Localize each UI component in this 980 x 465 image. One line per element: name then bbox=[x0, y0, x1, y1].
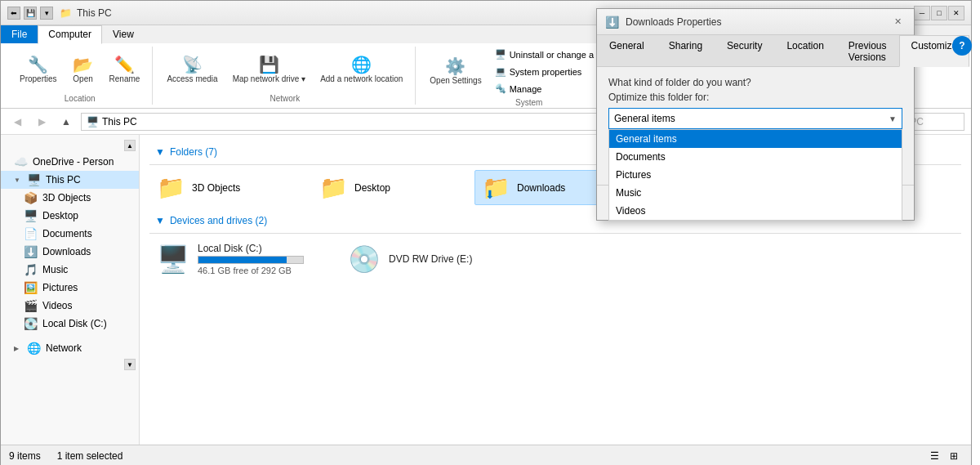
back-button[interactable]: ◀ bbox=[7, 112, 27, 132]
ribbon-group-network: 📡 Access media 💾 Map network drive ▾ 🌐 A… bbox=[154, 47, 416, 105]
large-icon-view-button[interactable]: ⊞ bbox=[945, 447, 963, 465]
drive-info-dvd: DVD RW Drive (E:) bbox=[389, 253, 472, 265]
location-group-label: Location bbox=[65, 92, 96, 105]
close-button[interactable]: ✕ bbox=[948, 6, 964, 20]
folder-icon-desktop: 📁 bbox=[319, 174, 348, 201]
tab-security[interactable]: Security bbox=[715, 35, 774, 67]
detail-view-button[interactable]: ☰ bbox=[925, 447, 943, 465]
optimize-dropdown[interactable]: General items ▼ bbox=[608, 108, 902, 129]
optimize-dropdown-list: General items Documents Pictures Music V… bbox=[608, 129, 902, 221]
optimize-dropdown-container: General items ▼ General items Documents … bbox=[608, 108, 902, 129]
dialog-close-button[interactable]: ✕ bbox=[889, 14, 906, 30]
sidebar-label-videos: Videos bbox=[42, 300, 72, 311]
dropdown-option-music[interactable]: Music bbox=[609, 184, 902, 202]
sidebar-item-local-disk[interactable]: 💽 Local Disk (C:) bbox=[1, 315, 139, 333]
drive-progress-bar bbox=[198, 256, 304, 264]
dialog-section-title: What kind of folder do you want? bbox=[608, 77, 902, 88]
3d-objects-icon: 📦 bbox=[24, 191, 38, 204]
dropdown-selected-value: General items bbox=[614, 113, 675, 124]
sidebar-item-downloads[interactable]: ⬇️ Downloads bbox=[1, 243, 139, 261]
map-network-drive-button[interactable]: 💾 Map network drive ▾ bbox=[227, 54, 311, 86]
tab-previous-versions[interactable]: Previous Versions bbox=[836, 35, 899, 67]
tab-computer[interactable]: Computer bbox=[38, 25, 102, 44]
folder-icon-downloads: 📁 ⬇ bbox=[482, 174, 510, 201]
drive-size-local-disk: 46.1 GB free of 292 GB bbox=[198, 266, 304, 275]
item-count: 9 items bbox=[9, 450, 41, 462]
folder-name-3d-objects: 3D Objects bbox=[192, 182, 240, 194]
this-pc-expand: ▼ bbox=[14, 177, 22, 184]
open-settings-button[interactable]: ⚙️ Open Settings bbox=[424, 56, 487, 87]
quick-access-icon[interactable]: ⬅ bbox=[7, 7, 20, 20]
dialog-body: What kind of folder do you want? Optimiz… bbox=[597, 67, 914, 185]
onedrive-icon: ☁️ bbox=[14, 155, 28, 168]
folder-item-3d-objects[interactable]: 📁 3D Objects bbox=[149, 170, 309, 205]
drive-progress-fill bbox=[198, 257, 287, 263]
sidebar-item-desktop[interactable]: 🖥️ Desktop bbox=[1, 207, 139, 225]
network-icon: 🌐 bbox=[27, 342, 41, 355]
folders-collapse-icon[interactable]: ▼ bbox=[155, 146, 165, 158]
path-icon: 🖥️ bbox=[87, 116, 99, 127]
sidebar-item-this-pc[interactable]: ▼ 🖥️ This PC bbox=[1, 171, 139, 189]
dropdown-option-documents[interactable]: Documents bbox=[609, 148, 902, 166]
tab-view[interactable]: View bbox=[102, 25, 145, 43]
drive-item-dvd[interactable]: 💿 DVD RW Drive (E:) bbox=[341, 239, 528, 279]
properties-button[interactable]: 🔧 Properties bbox=[14, 54, 63, 86]
network-expand: ▶ bbox=[14, 345, 22, 352]
pictures-icon: 🖼️ bbox=[24, 281, 38, 294]
access-media-button[interactable]: 📡 Access media bbox=[161, 54, 223, 86]
open-label: Open bbox=[73, 74, 92, 83]
sidebar-scroll-down[interactable]: ▼ bbox=[124, 359, 136, 370]
dropdown-option-pictures[interactable]: Pictures bbox=[609, 166, 902, 184]
drive-item-local-disk[interactable]: 🖥️ Local Disk (C:) 46.1 GB free of 292 G… bbox=[149, 239, 337, 279]
sidebar-item-network[interactable]: ▶ 🌐 Network bbox=[1, 339, 139, 357]
tab-general[interactable]: General bbox=[597, 35, 657, 67]
sidebar-label-documents: Documents bbox=[42, 228, 92, 239]
forward-button[interactable]: ▶ bbox=[32, 112, 51, 132]
add-network-icon: 🌐 bbox=[351, 56, 372, 73]
system-group-label: System bbox=[515, 96, 542, 109]
rename-icon: ✏️ bbox=[114, 56, 135, 73]
maximize-button[interactable]: □ bbox=[931, 6, 947, 20]
devices-section-title: Devices and drives (2) bbox=[170, 215, 267, 226]
tab-file[interactable]: File bbox=[1, 25, 38, 43]
save-icon[interactable]: 💾 bbox=[24, 7, 37, 20]
sidebar-item-documents[interactable]: 📄 Documents bbox=[1, 225, 139, 243]
help-button[interactable]: ? bbox=[952, 36, 972, 56]
properties-label: Properties bbox=[20, 74, 57, 83]
rename-button[interactable]: ✏️ Rename bbox=[104, 54, 146, 86]
ribbon-group-location: 🔧 Properties 📂 Open ✏️ Rename Location bbox=[7, 47, 153, 105]
devices-collapse-icon[interactable]: ▼ bbox=[155, 215, 165, 226]
desktop-icon: 🖥️ bbox=[24, 209, 38, 222]
uninstall-icon: 🖥️ bbox=[495, 49, 506, 60]
dropdown-option-general[interactable]: General items bbox=[609, 130, 902, 148]
up-button[interactable]: ▲ bbox=[56, 112, 76, 132]
sidebar-scroll-up[interactable]: ▲ bbox=[124, 140, 136, 151]
sidebar-item-pictures[interactable]: 🖼️ Pictures bbox=[1, 279, 139, 297]
sidebar-label-music: Music bbox=[42, 264, 68, 275]
devices-grid: 🖥️ Local Disk (C:) 46.1 GB free of 292 G… bbox=[149, 239, 961, 279]
sidebar-label-onedrive: OneDrive - Person bbox=[33, 156, 114, 168]
add-network-location-button[interactable]: 🌐 Add a network location bbox=[314, 54, 408, 86]
toolbar-dropdown[interactable]: ▾ bbox=[40, 7, 53, 20]
sidebar-item-videos[interactable]: 🎬 Videos bbox=[1, 297, 139, 315]
sidebar-item-3d-objects[interactable]: 📦 3D Objects bbox=[1, 189, 139, 207]
selected-count: 1 item selected bbox=[57, 450, 123, 462]
dropdown-option-videos[interactable]: Videos bbox=[609, 202, 902, 220]
local-disk-icon: 💽 bbox=[24, 317, 38, 330]
tab-location[interactable]: Location bbox=[774, 35, 835, 67]
sidebar-item-onedrive[interactable]: ☁️ OneDrive - Person bbox=[1, 153, 139, 171]
open-button[interactable]: 📂 Open bbox=[66, 54, 100, 86]
folders-section-title: Folders (7) bbox=[170, 146, 217, 158]
sidebar-label-pictures: Pictures bbox=[42, 282, 78, 293]
tab-sharing[interactable]: Sharing bbox=[657, 35, 715, 67]
drive-name-local-disk: Local Disk (C:) bbox=[198, 243, 304, 254]
minimize-button[interactable]: ─ bbox=[914, 6, 930, 20]
sidebar-item-music[interactable]: 🎵 Music bbox=[1, 261, 139, 279]
dialog-title-icon: ⬇️ bbox=[605, 16, 619, 29]
folder-item-desktop[interactable]: 📁 Desktop bbox=[312, 170, 471, 205]
sidebar-label-downloads: Downloads bbox=[42, 246, 91, 257]
dropdown-arrow-icon: ▼ bbox=[889, 114, 897, 123]
window-title: This PC bbox=[77, 7, 112, 19]
optimize-label: Optimize this folder for: bbox=[608, 92, 902, 103]
status-bar: 9 items 1 item selected ☰ ⊞ bbox=[1, 445, 971, 465]
